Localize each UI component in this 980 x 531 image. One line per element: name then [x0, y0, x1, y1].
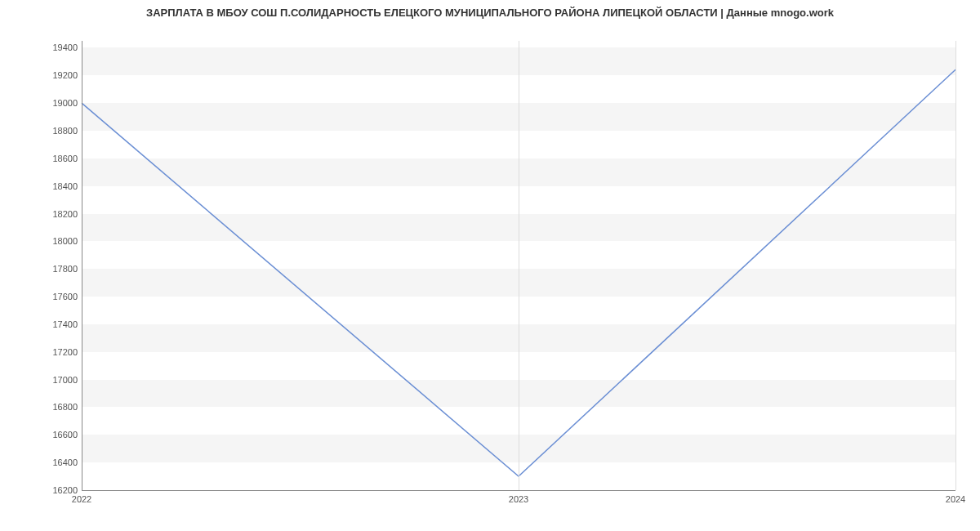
y-tick-label: 19200 [37, 70, 78, 80]
y-tick-label: 17800 [37, 264, 78, 274]
y-tick-label: 18000 [37, 236, 78, 246]
x-tick-label: 2024 [946, 494, 965, 504]
y-axis [82, 41, 82, 490]
y-tick-label: 16800 [37, 402, 78, 412]
y-tick-label: 16600 [37, 430, 78, 440]
x-tick-label: 2022 [72, 494, 91, 504]
y-tick-label: 17400 [37, 319, 78, 329]
y-tick-label: 17600 [37, 292, 78, 301]
y-tick-label: 18600 [37, 154, 78, 163]
chart-title: ЗАРПЛАТА В МБОУ СОШ П.СОЛИДАРНОСТЬ ЕЛЕЦК… [0, 7, 980, 19]
x-axis [82, 490, 956, 491]
y-tick-label: 18800 [37, 126, 78, 136]
y-tick-label: 17000 [37, 375, 78, 385]
y-tick-label: 18400 [37, 181, 78, 191]
y-tick-label: 18200 [37, 209, 78, 219]
x-tick-label: 2023 [509, 494, 528, 504]
chart-container: ЗАРПЛАТА В МБОУ СОШ П.СОЛИДАРНОСТЬ ЕЛЕЦК… [0, 0, 980, 531]
y-tick-label: 17200 [37, 347, 78, 357]
y-tick-label: 16400 [37, 457, 78, 467]
grid-line-vertical [519, 41, 519, 490]
plot-area [82, 41, 956, 490]
y-tick-label: 19000 [37, 98, 78, 108]
y-tick-label: 19400 [37, 42, 78, 52]
grid-line-vertical [956, 41, 956, 490]
